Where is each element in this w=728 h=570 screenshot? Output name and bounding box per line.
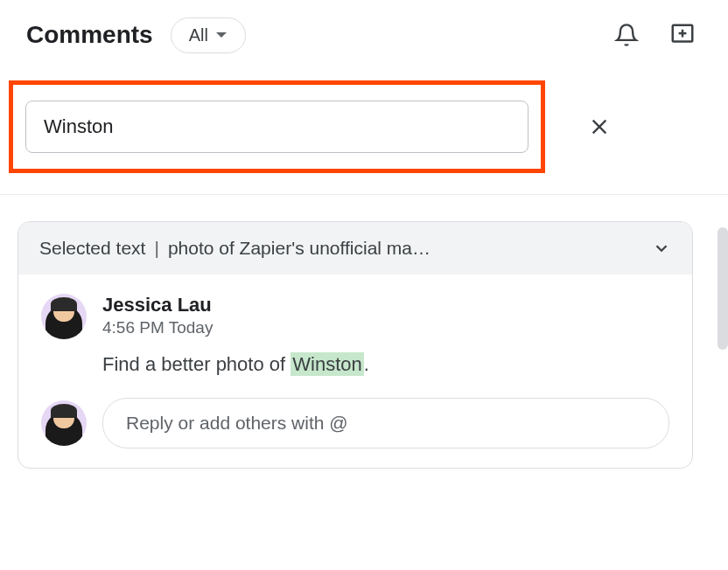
filter-dropdown[interactable]: All bbox=[171, 17, 246, 53]
comments-title: Comments bbox=[26, 21, 153, 49]
comment-card: Selected text | photo of Zapier's unoffi… bbox=[18, 221, 693, 469]
close-search-button[interactable] bbox=[582, 109, 617, 144]
close-icon bbox=[590, 117, 609, 136]
add-comment-icon bbox=[669, 22, 696, 48]
separator: | bbox=[154, 238, 158, 259]
avatar bbox=[41, 400, 87, 446]
search-highlight-box bbox=[9, 80, 545, 173]
chevron-down-icon bbox=[652, 239, 671, 258]
caret-down-icon bbox=[215, 31, 228, 38]
filter-label: All bbox=[189, 25, 208, 45]
card-header[interactable]: Selected text | photo of Zapier's unoffi… bbox=[18, 222, 692, 275]
reply-input[interactable] bbox=[102, 398, 669, 448]
search-input[interactable] bbox=[25, 101, 528, 153]
search-match-highlight: Winston bbox=[290, 352, 363, 376]
avatar bbox=[41, 294, 87, 339]
comment-text: Find a better photo of Winston. bbox=[102, 350, 669, 379]
selected-text-label: Selected text bbox=[39, 238, 145, 259]
comment-timestamp: 4:56 PM Today bbox=[102, 318, 669, 337]
notifications-button[interactable] bbox=[607, 16, 646, 54]
scrollbar[interactable] bbox=[718, 227, 728, 560]
comment-author: Jessica Lau bbox=[102, 294, 669, 316]
scrollbar-thumb[interactable] bbox=[718, 227, 728, 350]
selected-text-preview: photo of Zapier's unofficial ma… bbox=[168, 238, 643, 259]
bell-icon bbox=[614, 23, 639, 47]
new-comment-button[interactable] bbox=[663, 16, 702, 54]
